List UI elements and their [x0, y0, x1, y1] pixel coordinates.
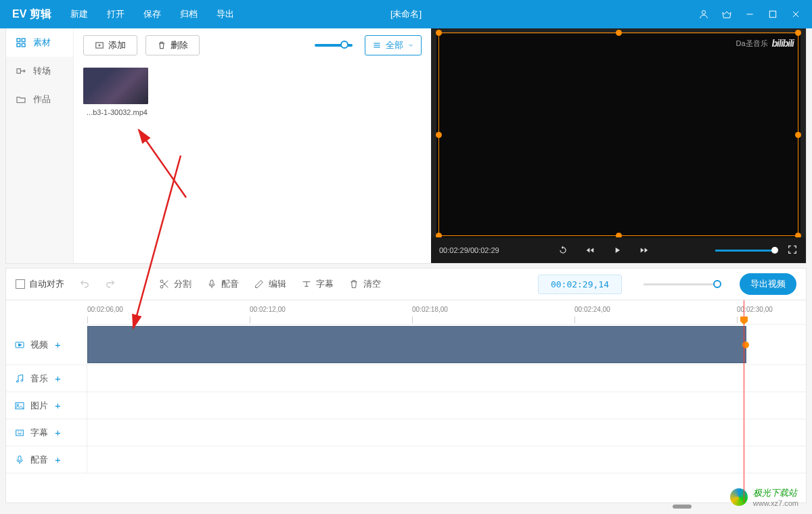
sidebar-label: 作品: [33, 93, 51, 106]
sidebar-item-transition[interactable]: 转场: [6, 57, 73, 85]
track-body[interactable]: [87, 419, 806, 446]
track-body[interactable]: [87, 365, 806, 392]
loop-button[interactable]: [556, 243, 570, 257]
track-label: 音乐: [30, 373, 48, 385]
next-button[interactable]: [637, 243, 651, 257]
menu-save[interactable]: 保存: [143, 8, 161, 20]
sidebar-item-material[interactable]: 素材: [6, 28, 73, 57]
media-item[interactable]: ...b3-1-30032.mp4: [83, 68, 151, 116]
split-button[interactable]: 分割: [159, 278, 191, 290]
prev-button[interactable]: [583, 243, 597, 257]
filter-label: 全部: [386, 39, 403, 51]
chevron-down-icon: [407, 42, 414, 49]
track-body[interactable]: [87, 446, 806, 473]
minimize-button[interactable]: [743, 7, 757, 21]
svg-rect-8: [22, 43, 25, 47]
resize-handle[interactable]: [616, 30, 622, 36]
menu-open[interactable]: 打开: [107, 8, 125, 20]
svg-point-0: [702, 11, 705, 14]
preview-panel: Da圣音乐 bilibili 00:02:29/00:02:29: [431, 28, 806, 263]
auto-align-checkbox[interactable]: 自动对齐: [16, 278, 64, 290]
upper-panel: 素材 转场 作品 添加 删除 全部: [5, 28, 807, 264]
watermark: Da圣音乐 bilibili: [736, 38, 794, 49]
media-filename: ...b3-1-30032.mp4: [83, 108, 151, 116]
thumbnail-size-slider[interactable]: [315, 44, 353, 47]
add-track-button[interactable]: +: [55, 454, 61, 465]
volume-slider[interactable]: [715, 250, 775, 252]
dub-button[interactable]: 配音: [206, 278, 239, 290]
document-title: [未命名]: [390, 8, 422, 20]
add-button-label: 添加: [108, 39, 126, 51]
undo-button[interactable]: [79, 279, 90, 289]
track-dub: 配音 +: [6, 446, 806, 473]
clear-button[interactable]: 清空: [348, 278, 381, 290]
track-label: 字幕: [30, 427, 48, 439]
track-head-dub: 配音 +: [6, 446, 87, 473]
track-music: 音乐 +: [6, 365, 806, 392]
brand-logo-icon: [730, 488, 748, 506]
menu-export[interactable]: 导出: [217, 8, 234, 20]
window-controls: [697, 7, 812, 21]
resize-handle[interactable]: [795, 30, 801, 36]
sidebar-item-works[interactable]: 作品: [6, 85, 73, 114]
edit-button[interactable]: 编辑: [254, 278, 286, 290]
footer-brand: 极光下载站 www.xz7.com: [730, 487, 798, 507]
ruler-tick: 00:02:06,00: [87, 306, 123, 313]
watermark-brand: bilibili: [772, 38, 794, 49]
track-label: 图片: [30, 400, 48, 412]
close-button[interactable]: [789, 7, 803, 21]
subtitle-button[interactable]: 字幕: [301, 278, 334, 290]
redo-button[interactable]: [105, 279, 116, 289]
brand-url: www.xz7.com: [753, 499, 798, 507]
checkbox-icon: [16, 279, 25, 289]
horizontal-scrollbar[interactable]: [5, 505, 807, 509]
maximize-button[interactable]: [766, 7, 780, 21]
resize-handle[interactable]: [795, 132, 801, 138]
svg-rect-25: [16, 430, 24, 436]
user-icon[interactable]: [697, 7, 710, 21]
track-body[interactable]: [87, 392, 806, 419]
preview-time: 00:02:29/00:02:29: [439, 246, 499, 254]
selection-frame[interactable]: [438, 32, 798, 236]
media-area: 添加 删除 全部 ...b3-1-30032.mp4: [74, 28, 431, 263]
track-head-video: 视频 +: [6, 325, 87, 365]
add-track-button[interactable]: +: [55, 400, 61, 411]
play-button[interactable]: [610, 243, 624, 257]
add-track-button[interactable]: +: [55, 373, 61, 384]
menu-archive[interactable]: 归档: [180, 8, 198, 20]
zoom-slider[interactable]: [644, 283, 718, 285]
delete-button[interactable]: 删除: [145, 35, 200, 55]
ruler-tick: 00:02:24,00: [574, 306, 610, 313]
resize-handle[interactable]: [436, 30, 442, 36]
menu-new[interactable]: 新建: [70, 8, 88, 20]
add-track-button[interactable]: +: [55, 339, 61, 350]
track-subtitle: 字幕 +: [6, 419, 806, 446]
export-video-button[interactable]: 导出视频: [740, 273, 796, 295]
track-image: 图片 +: [6, 392, 806, 419]
add-button[interactable]: 添加: [83, 35, 137, 55]
svg-marker-20: [19, 344, 22, 346]
svg-point-22: [21, 379, 23, 381]
resize-handle[interactable]: [436, 132, 442, 138]
track-body[interactable]: [87, 325, 806, 365]
timeline: 00:02:06,00 00:02:12,00 00:02:18,00 00:0…: [5, 300, 807, 503]
sidebar: 素材 转场 作品: [6, 28, 74, 263]
title-bar: EV 剪辑 新建 打开 保存 归档 导出 [未命名]: [0, 0, 812, 28]
vip-icon[interactable]: [720, 7, 734, 21]
filter-dropdown[interactable]: 全部: [365, 35, 422, 55]
preview-controls: 00:02:29/00:02:29: [431, 237, 806, 263]
sidebar-label: 转场: [33, 65, 51, 77]
tool-row: 自动对齐 分割 配音 编辑 字幕 清空 00:02:29,14 导出视频: [5, 268, 807, 300]
ruler-tick: 00:02:30,00: [737, 306, 773, 313]
svg-point-21: [16, 380, 18, 382]
main-menu: 新建 打开 保存 归档 导出: [70, 8, 234, 20]
timeline-ruler[interactable]: 00:02:06,00 00:02:12,00 00:02:18,00 00:0…: [87, 300, 806, 325]
ruler-tick: 00:02:12,00: [250, 306, 286, 313]
media-items: ...b3-1-30032.mp4: [83, 68, 422, 116]
track-head-music: 音乐 +: [6, 365, 87, 392]
fullscreen-button[interactable]: [787, 244, 798, 256]
svg-rect-18: [210, 280, 213, 285]
video-clip[interactable]: [87, 326, 746, 363]
add-track-button[interactable]: +: [55, 427, 61, 438]
playhead[interactable]: [744, 300, 744, 503]
